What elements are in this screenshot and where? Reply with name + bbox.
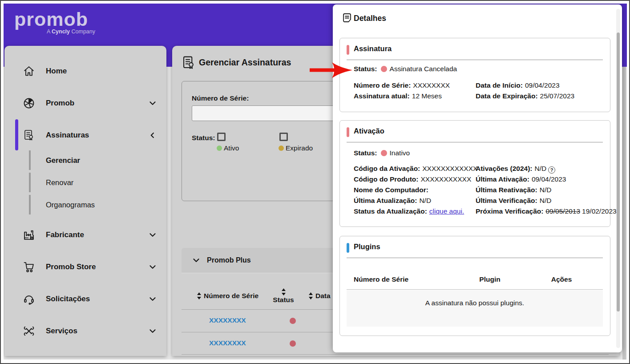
sidebar: Home Promob Assinaturas Gerenciar Renova…	[4, 46, 166, 356]
sort-icon	[308, 292, 313, 299]
serial-number-link[interactable]: XXXXXXXX	[209, 316, 246, 324]
activation-code-field: Código da Ativação:XXXXXXXXXXXX	[354, 165, 477, 173]
sort-icon	[281, 288, 286, 295]
sidebar-item-promob[interactable]: Promob	[4, 92, 166, 114]
chevron-down-icon	[191, 255, 201, 265]
last-update-field: Última Atualização:N/D	[354, 197, 431, 205]
sort-icon	[197, 292, 202, 299]
column-header-status[interactable]: Status	[268, 283, 299, 309]
status-expirado-checkbox[interactable]	[279, 133, 288, 141]
sidebar-item-promob-store[interactable]: Promob Store	[4, 256, 166, 278]
details-title: Detalhes	[354, 14, 386, 23]
divider	[347, 142, 603, 142]
app-window: promob A Cyncly Company Home Promob Assi…	[0, 0, 630, 364]
chevron-down-icon	[148, 326, 158, 336]
card-title: Assinatura	[354, 44, 392, 53]
card-accent-bar	[347, 45, 349, 55]
promob-pinwheel-icon	[22, 97, 36, 110]
page-scrollbar[interactable]	[622, 67, 626, 360]
card-accent-bar	[347, 243, 349, 253]
sidebar-subitem-gerenciar[interactable]: Gerenciar	[4, 150, 166, 171]
page-title: Gerenciar Assinaturas	[199, 57, 291, 68]
chevron-down-icon	[148, 262, 158, 272]
last-verification-field: Última Verificação:N/D	[476, 197, 551, 205]
sidebar-subitem-organogramas[interactable]: Organogramas	[4, 194, 166, 215]
plugins-empty-state: A assinatura não possui plugins.	[347, 290, 603, 327]
card-title: Ativação	[354, 127, 384, 135]
divider	[347, 258, 603, 258]
start-date-field: Data de Início:09/04/2023	[476, 81, 560, 89]
plugins-card: Plugins Número de Série Plugin Ações A a…	[339, 236, 610, 336]
sidebar-item-assinaturas[interactable]: Assinaturas	[4, 124, 166, 146]
home-icon	[22, 65, 36, 78]
row-status-dot	[290, 318, 296, 324]
sidebar-item-home[interactable]: Home	[4, 60, 166, 82]
serial-number-link[interactable]: XXXXXXXX	[209, 339, 246, 347]
expiration-date-field: Data de Expiração:25/07/2023	[476, 92, 574, 100]
update-status-field: Status da Atualização:clique aqui.	[354, 207, 464, 215]
last-activation-field: Última Ativação:09/04/2023	[476, 175, 566, 183]
details-scrollbar-thumb[interactable]	[617, 32, 620, 311]
shopping-cart-icon	[22, 260, 36, 274]
chevron-left-icon	[148, 130, 158, 140]
subscription-document-icon	[22, 129, 36, 142]
logo-wordmark: promob	[14, 9, 95, 29]
column-header-serial[interactable]: Número de Série	[197, 283, 258, 309]
ativacao-card: Ativação Status: Inativo Código da Ativa…	[339, 120, 610, 227]
sidebar-item-servicos[interactable]: Serviços	[4, 320, 166, 342]
status-filter-label: Status:	[192, 134, 215, 142]
activations-2024-field: Ativações (2024):N/D?	[476, 165, 555, 174]
factory-icon	[22, 228, 36, 242]
row-status-dot	[290, 340, 296, 347]
promob-logo[interactable]: promob A Cyncly Company	[14, 9, 95, 35]
chevron-down-icon	[148, 230, 158, 240]
clique-aqui-link[interactable]: clique aqui.	[429, 207, 464, 215]
chevron-down-icon	[148, 98, 158, 108]
status-ativo-option: Ativo	[217, 144, 239, 152]
cancelled-status-dot	[381, 66, 387, 72]
sidebar-subitem-renovar[interactable]: Renovar	[4, 172, 166, 193]
inactive-status-dot	[381, 150, 387, 156]
card-accent-bar	[347, 127, 349, 137]
annotation-arrow	[309, 61, 355, 79]
next-verification-field: Próxima Verificação:09/05/201319/02/2023	[476, 207, 617, 215]
headset-icon	[22, 292, 36, 306]
serial-number-label: Número de Série:	[192, 94, 249, 102]
subscription-document-icon	[182, 55, 196, 70]
expired-status-dot	[279, 146, 284, 151]
assinatura-status: Status: Assinatura Cancelada	[354, 65, 457, 73]
assinatura-card: Assinatura Status: Assinatura Cancelada …	[339, 38, 610, 112]
card-title: Plugins	[354, 243, 380, 251]
status-expirado-option: Expirado	[279, 144, 313, 152]
sidebar-item-solicitacoes[interactable]: Solicitações	[4, 288, 166, 310]
ativacao-status: Status: Inativo	[354, 149, 410, 157]
product-code-field: Código do Produto:XXXXXXXXXXX	[354, 175, 471, 183]
column-header-data[interactable]: Data	[308, 283, 331, 309]
help-icon[interactable]: ?	[548, 166, 555, 174]
note-icon	[342, 12, 352, 24]
page-background: promob A Cyncly Company Home Promob Assi…	[4, 4, 627, 360]
details-panel: Detalhes Assinatura Status: Assinatura C…	[333, 4, 622, 352]
computer-name-field: Nome do Computador:	[354, 186, 431, 194]
plugins-column-serial: Número de Série	[354, 275, 408, 283]
plugins-column-plugin: Plugin	[462, 275, 517, 283]
old-date-strikethrough: 09/05/2013	[546, 207, 581, 215]
plugins-column-acoes: Ações	[541, 275, 582, 283]
active-status-dot	[217, 146, 222, 151]
plugins-empty-message: A assinatura não possui plugins.	[347, 299, 603, 307]
divider	[347, 60, 603, 60]
current-subscription-field: Assinatura atual:12 Meses	[354, 92, 442, 100]
status-ativo-checkbox[interactable]	[217, 133, 226, 141]
chevron-down-icon	[148, 294, 158, 304]
last-reactivation-field: Última Reativação:N/D	[476, 186, 551, 194]
serial-field: Número de Série:XXXXXXXX	[354, 81, 450, 89]
plugins-table-header: Número de Série Plugin Ações	[347, 271, 603, 290]
sidebar-item-fabricante[interactable]: Fabricante	[4, 224, 166, 246]
wrenches-icon	[22, 324, 36, 338]
